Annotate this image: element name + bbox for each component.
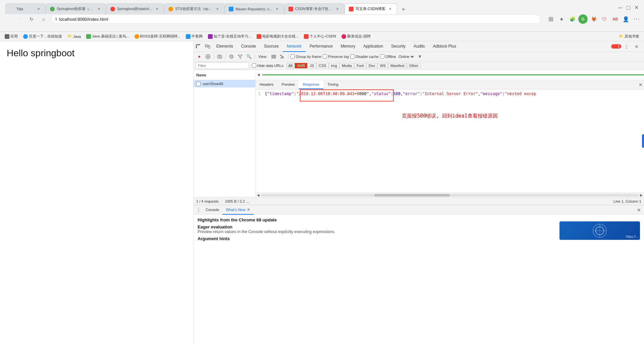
filter-input[interactable] xyxy=(196,62,249,69)
tab-network[interactable]: Network xyxy=(283,41,306,52)
response-scrollbar[interactable]: ◀ ▶ xyxy=(256,193,644,197)
restore-button[interactable]: □ xyxy=(627,4,630,11)
grammarly-icon[interactable]: G xyxy=(578,14,588,24)
clear-button[interactable] xyxy=(228,53,235,60)
bookmark-niuke[interactable]: 牛客网 xyxy=(184,33,205,40)
group-by-frame-input[interactable] xyxy=(290,54,295,59)
tab-close-1[interactable]: ✕ xyxy=(36,6,41,12)
tab-security[interactable]: Security xyxy=(387,41,410,52)
reload-button[interactable]: ↻ xyxy=(27,14,36,24)
bookmark-star-icon[interactable]: ★ xyxy=(557,14,566,24)
tab-close-4[interactable]: ✕ xyxy=(215,6,220,12)
filter-doc[interactable]: Doc xyxy=(366,63,378,68)
offline-input[interactable] xyxy=(380,54,384,59)
filter-button[interactable] xyxy=(236,53,244,60)
bookmark-apps[interactable]: 应用 xyxy=(3,33,20,40)
whatsnew-tab-close[interactable]: ✕ xyxy=(247,207,250,212)
cursor-inspector-icon[interactable] xyxy=(194,42,203,51)
devtools-more-icon[interactable]: ⋮ xyxy=(622,42,631,51)
filter-css[interactable]: CSS xyxy=(316,63,329,68)
forward-button[interactable]: → xyxy=(15,14,24,24)
scrollbar-thumb[interactable] xyxy=(374,194,450,197)
tab-console[interactable]: Console xyxy=(237,41,260,52)
tab-close-7[interactable]: ✕ xyxy=(387,6,393,12)
console-menu-button[interactable]: ⋮ xyxy=(195,206,202,214)
browser-tab-4[interactable]: STS热部署方法（spri... ✕ xyxy=(164,3,224,14)
user-icon[interactable]: 👤 xyxy=(621,14,631,24)
adblock-icon[interactable]: AB xyxy=(610,14,620,24)
bookmark-boss[interactable]: BOSS直聘-互联网招聘... xyxy=(132,33,182,40)
tab-memory[interactable]: Memory xyxy=(337,41,359,52)
shield-icon[interactable]: 🛡 xyxy=(600,14,609,24)
translate-icon[interactable]: ⊞ xyxy=(546,14,555,24)
bookmark-jumeiyoupin[interactable]: 聚美优品-招聘 xyxy=(339,33,373,40)
hide-data-urls-checkbox[interactable]: Hide data URLs xyxy=(252,63,283,68)
tab-close-6[interactable]: ✕ xyxy=(335,6,340,12)
firefox-icon[interactable]: 🦊 xyxy=(589,14,598,24)
console-close-button[interactable]: ✕ xyxy=(635,206,643,214)
devtools-close-icon[interactable]: ✕ xyxy=(632,42,641,51)
screenshot-button[interactable] xyxy=(216,53,223,60)
bookmark-java-basics[interactable]: Java 基础语法 | 菜鸟... xyxy=(84,33,131,40)
console-tab-whatsnew[interactable]: What's New ✕ xyxy=(222,205,253,215)
filter-xhr[interactable]: XHR xyxy=(295,63,307,68)
filter-img[interactable]: Img xyxy=(329,63,339,68)
address-bar[interactable]: ℹ localhost:8080/index.html xyxy=(51,14,541,24)
browser-tab-1[interactable]: Title ✕ xyxy=(5,3,46,14)
filter-all[interactable]: All xyxy=(286,63,295,68)
browser-tab-3[interactable]: Springboot的static#... ✕ xyxy=(106,3,164,14)
bookmark-csdn[interactable]: 个人中心-CSDN xyxy=(302,33,338,40)
bookmark-baidu[interactable]: 百度一下，你就知道 xyxy=(21,33,64,40)
tab-performance[interactable]: Performance xyxy=(306,41,337,52)
offline-checkbox[interactable]: Offline xyxy=(380,54,396,59)
browser-tab-5[interactable]: Maven Repository: c... ✕ xyxy=(224,3,284,14)
bookmark-zhiliaotang[interactable]: 知了堂-在线互动学习... xyxy=(206,33,253,40)
close-window-button[interactable]: ✕ xyxy=(634,4,639,11)
tab-audits[interactable]: Audits xyxy=(410,41,429,52)
tab-adblock[interactable]: Adblock Plus xyxy=(429,41,460,52)
filter-other[interactable]: Other xyxy=(407,63,421,68)
tab-close-2[interactable]: ✕ xyxy=(96,6,102,12)
resp-tab-timing[interactable]: Timing xyxy=(323,80,342,89)
tab-close-3[interactable]: ✕ xyxy=(154,6,160,12)
disable-cache-input[interactable] xyxy=(350,54,355,59)
bookmark-java[interactable]: 📁 Java xyxy=(65,33,83,39)
resp-tab-preview[interactable]: Preview xyxy=(278,80,299,89)
record-button[interactable]: ● xyxy=(196,53,203,60)
hide-data-urls-input[interactable] xyxy=(252,63,256,68)
disable-cache-checkbox[interactable]: Disable cache xyxy=(350,54,379,59)
filter-js[interactable]: JS xyxy=(307,63,316,68)
throttle-down-icon[interactable]: ▼ xyxy=(416,53,424,60)
new-tab-button[interactable]: + xyxy=(398,5,408,14)
tab-close-5[interactable]: ✕ xyxy=(274,6,280,12)
tab-elements[interactable]: Elements xyxy=(212,41,237,52)
back-button[interactable]: ← xyxy=(3,14,12,24)
view-list-icon[interactable] xyxy=(270,53,277,60)
search-button[interactable]: 🔍 xyxy=(245,53,253,60)
tab-sources[interactable]: Sources xyxy=(260,41,283,52)
browser-tab-2[interactable]: Springboot热部署（C... ✕ xyxy=(46,3,106,14)
response-content[interactable]: 1 {"timestamp":"2018-12-06T10:48:09.843+… xyxy=(256,89,644,193)
minimize-button[interactable]: ─ xyxy=(618,4,623,11)
filter-manifest[interactable]: Manifest xyxy=(388,63,407,68)
throttle-select[interactable]: Online xyxy=(397,54,415,59)
view-waterfall-icon[interactable] xyxy=(279,53,286,60)
tab-application[interactable]: Application xyxy=(359,41,387,52)
filter-media[interactable]: Media xyxy=(339,63,354,68)
bookmark-others[interactable]: 📁 其他书签 xyxy=(617,33,641,40)
preserve-log-input[interactable] xyxy=(323,54,327,59)
stop-button[interactable] xyxy=(204,53,212,60)
close-response-panel[interactable]: ✕ xyxy=(637,80,644,89)
scroll-left-icon[interactable]: ◀ xyxy=(257,193,260,197)
filter-font[interactable]: Font xyxy=(354,63,366,68)
close-panel-icon[interactable]: ✕ xyxy=(256,73,262,77)
scroll-right-icon[interactable]: ▶ xyxy=(640,193,643,197)
more-menu-button[interactable]: ⋮ xyxy=(632,14,641,24)
browser-tab-7[interactable]: 写文章-CSDN博客 ✕ xyxy=(344,3,397,14)
browser-tab-6[interactable]: CSDN博客-专业IT技术... ✕ xyxy=(284,3,344,14)
preserve-log-checkbox[interactable]: Preserve log xyxy=(323,54,349,59)
request-checkbox[interactable] xyxy=(196,82,201,86)
request-row-usershowall[interactable]: userShowAll xyxy=(194,80,255,87)
extension-puzzle-icon[interactable]: 🧩 xyxy=(568,14,577,24)
resp-tab-response[interactable]: Response xyxy=(299,80,324,89)
